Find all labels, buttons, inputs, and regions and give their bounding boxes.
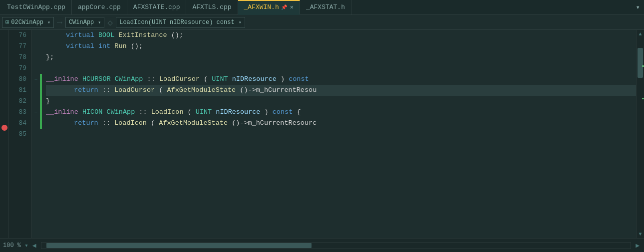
scroll-mark (642, 65, 644, 67)
keyword: virtual (66, 31, 98, 39)
type-keyword: HICON (82, 108, 107, 116)
zoom-label: 100 % (3, 242, 21, 249)
function-name: LoadIcon (114, 119, 147, 127)
line-number: 83 (11, 107, 29, 118)
scope-arrow-icon: ▾ (47, 19, 50, 25)
keyword: int (98, 42, 114, 50)
punctuation: ( (159, 86, 163, 94)
vertical-scrollbar[interactable]: ▲ ▼ (636, 30, 644, 238)
scope-dropdown[interactable]: ⊞ 02CWinApp ▾ (2, 17, 54, 28)
gutter-collapse[interactable]: − (32, 74, 40, 85)
line-number: 78 (11, 52, 29, 63)
line-numbers: 76 77 78 79 80 81 82 83 84 85 (9, 30, 32, 238)
code-line-83: __inline HICON CWinApp :: LoadIcon ( UIN… (46, 107, 636, 118)
scroll-down-button[interactable]: ▼ (637, 230, 644, 238)
punctuation: (); (131, 42, 143, 50)
tab-AFXSTAT[interactable]: _AFXSTAT.h (300, 0, 351, 15)
keyword: const (289, 75, 309, 83)
gutter-cell (32, 129, 40, 140)
left-indicator (0, 30, 9, 238)
code-editor: 76 77 78 79 80 81 82 83 84 85 − − (0, 30, 644, 238)
code-line-77: virtual int Run (); (46, 41, 636, 52)
scope-label: 02CWinApp (11, 19, 43, 26)
punctuation: } (46, 97, 50, 105)
toolbar: ⊞ 02CWinApp ▾ → CWinApp ▾ ◇ LoadIcon(UIN… (0, 15, 644, 30)
tab-AFXSTATE[interactable]: AFXSTATE.cpp (127, 0, 187, 15)
gutter-cell (32, 52, 40, 63)
function-name: Run (114, 42, 126, 50)
keyword: __inline (46, 75, 82, 83)
keyword: const (273, 108, 297, 116)
code-line-85 (46, 129, 636, 140)
toolbar-separator: → (56, 17, 63, 27)
code-line-79 (46, 63, 636, 74)
code-content[interactable]: virtual BOOL ExitInstance (); virtual in… (42, 30, 636, 238)
tab-label: _AFXWIN.h (244, 3, 279, 11)
keyword: virtual (66, 42, 98, 50)
code-line-80: __inline HCURSOR CWinApp :: LoadCursor (… (46, 74, 636, 85)
breakpoint-indicator (1, 125, 7, 131)
scroll-up-button[interactable]: ▲ (637, 30, 644, 38)
code-line-84: return :: LoadIcon ( AfxGetModuleState (… (46, 118, 636, 129)
type-keyword: BOOL (98, 31, 119, 39)
parameter: nIDResource (232, 75, 277, 83)
method-dropdown[interactable]: LoadIcon(UINT nIDResource) const ▾ (116, 17, 245, 28)
tab-AFXTLS[interactable]: AFXTLS.cpp (186, 0, 238, 15)
horizontal-scroll-thumb[interactable] (46, 243, 312, 248)
method-arrow-icon: ▾ (239, 19, 242, 25)
type-keyword: UINT (212, 75, 232, 83)
punctuation: { (297, 108, 301, 116)
scroll-mark2 (642, 98, 644, 99)
zoom-down-arrow[interactable]: ▾ (23, 242, 30, 250)
class-label: CWinApp (69, 19, 94, 26)
gutter-cell (32, 96, 40, 107)
code-line-82: } (46, 96, 636, 107)
tab-appCore[interactable]: appCore.cpp (72, 0, 127, 15)
method-label: LoadIcon(UINT nIDResource) const (119, 19, 234, 26)
tab-label: _AFXSTAT.h (306, 3, 345, 11)
punctuation: }; (46, 53, 54, 61)
scope-icon: ⊞ (5, 18, 9, 26)
zoom-control[interactable]: 100 % ▾ (3, 242, 30, 250)
gutter-collapse[interactable]: − (32, 107, 40, 118)
scroll-right-button[interactable]: ▶ (634, 242, 641, 250)
tab-label: AFXSTATE.cpp (133, 3, 180, 11)
operator: :: (147, 75, 155, 83)
code-line-81: return :: LoadCursor ( AfxGetModuleState… (46, 85, 636, 96)
keyword: return (74, 86, 102, 94)
code-gutter: − − (32, 30, 40, 238)
scroll-thumb[interactable] (638, 48, 643, 78)
keyword: return (74, 119, 102, 127)
tab-bar: TestCWinApp.cpp appCore.cpp AFXSTATE.cpp… (0, 0, 644, 15)
function-name: LoadCursor (114, 86, 155, 94)
scroll-track[interactable] (637, 38, 644, 230)
class-dropdown[interactable]: CWinApp ▾ (65, 17, 104, 28)
line-number: 80 (11, 74, 29, 85)
code-line-76: virtual BOOL ExitInstance (); (46, 30, 636, 41)
horizontal-scrollbar[interactable] (41, 242, 632, 249)
tab-AFXWIN[interactable]: _AFXWIN.h 📌 ✕ (238, 0, 300, 15)
status-bar: 100 % ▾ ◀ ▶ (0, 238, 644, 252)
line-number: 81 (11, 85, 29, 96)
line-number: 84 (11, 118, 29, 129)
function-name: AfxGetModuleState (159, 119, 228, 127)
gutter-cell (32, 118, 40, 129)
parameter: nIDResource (216, 108, 260, 116)
class-arrow-icon: ▾ (98, 19, 101, 25)
tab-TestCWinApp[interactable]: TestCWinApp.cpp (1, 0, 72, 15)
operator: :: (102, 86, 110, 94)
tab-label: TestCWinApp.cpp (7, 3, 65, 11)
pin-icon: 📌 (281, 4, 287, 10)
function-name: LoadCursor (159, 75, 200, 83)
punctuation: ()->m_hCurrentResou (240, 86, 317, 94)
function-name: ExitInstance (118, 31, 167, 39)
gutter-cell (32, 85, 40, 96)
gutter-cell (32, 41, 40, 52)
punctuation: ( (151, 119, 155, 127)
class-name: CWinApp (115, 75, 143, 83)
gutter-cell (32, 63, 40, 74)
close-icon[interactable]: ✕ (290, 3, 294, 11)
tab-overflow-button[interactable]: ▾ (632, 3, 644, 11)
line-number: 85 (11, 129, 29, 140)
scroll-left-button[interactable]: ◀ (31, 242, 38, 250)
